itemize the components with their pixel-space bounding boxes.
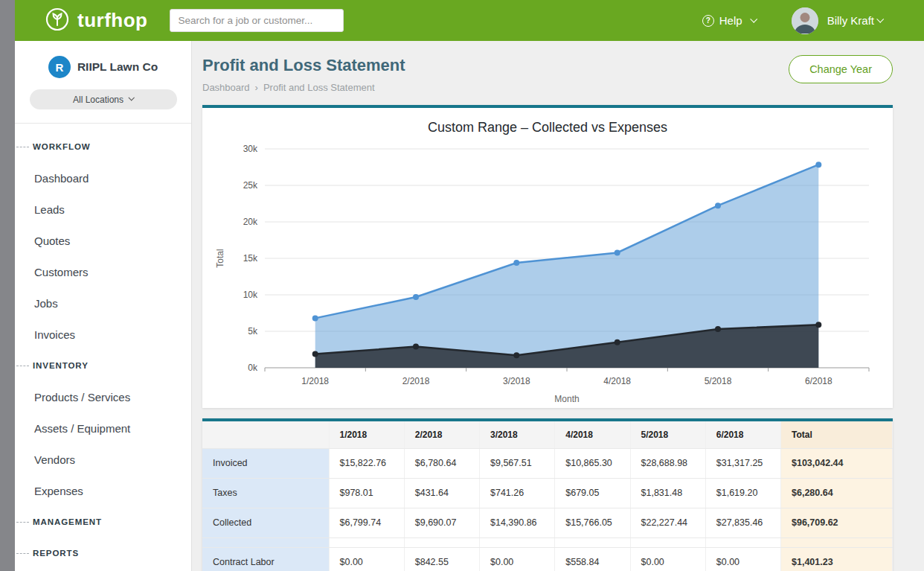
user-menu[interactable]: Billy Kraft	[827, 14, 874, 27]
sidebar-item-invoices[interactable]: Invoices	[15, 319, 191, 350]
breadcrumb: Dashboard › Profit and Loss Statement	[202, 82, 893, 93]
profit-loss-table: 1/20182/20183/20184/20185/20186/2018Tota…	[202, 421, 893, 571]
column-header	[202, 421, 329, 448]
total-cell: $103,042.44	[781, 448, 893, 478]
value-cell: $0.00	[329, 547, 404, 571]
chevron-down-icon	[128, 95, 134, 101]
sidebar-section-label: WORKFLOW	[33, 142, 91, 151]
value-cell: $558.84	[555, 547, 630, 571]
avatar[interactable]	[792, 7, 818, 34]
company-name: RIIPL Lawn Co	[77, 60, 158, 74]
sidebar-section-management[interactable]: MANAGEMENT	[15, 506, 191, 537]
svg-text:4/2018: 4/2018	[603, 376, 631, 386]
location-filter-label: All Locations	[73, 95, 123, 105]
row-label: Collected	[202, 508, 329, 537]
total-cell: $96,709.62	[781, 508, 893, 537]
sidebar-section-label: REPORTS	[33, 549, 79, 558]
table-row-contract-labor: Contract Labor$0.00$842.55$0.00$558.84$0…	[202, 547, 893, 571]
company-badge: R	[48, 56, 71, 78]
sidebar-section-inventory[interactable]: INVENTORY	[15, 350, 191, 381]
breadcrumb-dashboard[interactable]: Dashboard	[202, 82, 250, 93]
spacer-cell	[705, 537, 780, 547]
sidebar-item-customers[interactable]: Customers	[15, 256, 191, 287]
total-cell: $6,280.64	[781, 478, 893, 508]
column-header: 3/2018	[480, 421, 555, 448]
value-cell: $842.55	[404, 547, 479, 571]
column-header: 1/2018	[329, 421, 404, 448]
window-gutter	[0, 0, 15, 571]
sidebar: R RIIPL Lawn Co All Locations WORKFLOWDa…	[15, 41, 192, 571]
tree-dash-icon	[16, 522, 29, 523]
svg-text:6/2018: 6/2018	[805, 376, 832, 386]
svg-text:25k: 25k	[243, 180, 258, 191]
sidebar-section-reports[interactable]: REPORTS	[15, 537, 191, 569]
sidebar-item-jobs[interactable]: Jobs	[15, 287, 191, 319]
sidebar-head: R RIIPL Lawn Co All Locations	[15, 41, 191, 124]
location-filter-dropdown[interactable]: All Locations	[30, 89, 177, 109]
chart-card: Custom Range – Collected vs Expenses 0k5…	[202, 105, 893, 408]
brand-wordmark: turfhop	[77, 9, 147, 32]
sidebar-item-quotes[interactable]: Quotes	[15, 225, 191, 256]
collected-vs-expenses-chart: 0k5k10k15k20k25k30k1/20182/20183/20184/2…	[213, 140, 882, 406]
sidebar-nav: WORKFLOWDashboardLeadsQuotesCustomersJob…	[15, 124, 191, 571]
table-row-collected: Collected$6,799.74$9,690.07$14,390.86$15…	[202, 508, 893, 537]
table-row-taxes: Taxes$978.01$431.64$741.26$679.05$1,831.…	[202, 478, 893, 508]
help-menu[interactable]: ? Help	[702, 14, 756, 27]
row-label: Contract Labor	[202, 547, 329, 571]
breadcrumb-current: Profit and Loss Statement	[263, 82, 375, 93]
svg-text:1/2018: 1/2018	[301, 376, 329, 386]
value-cell: $27,835.46	[705, 508, 780, 537]
value-cell: $978.01	[329, 478, 404, 508]
sidebar-item-products-services[interactable]: Products / Services	[15, 381, 191, 412]
tree-dash-icon	[16, 553, 29, 554]
spacer-cell	[404, 537, 479, 547]
tree-dash-icon	[16, 147, 29, 147]
value-cell: $9,690.07	[404, 508, 479, 537]
value-cell: $0.00	[705, 547, 780, 571]
profit-loss-table-card: 1/20182/20183/20184/20185/20186/2018Tota…	[202, 418, 893, 571]
svg-text:5/2018: 5/2018	[705, 376, 732, 386]
search-input[interactable]	[170, 9, 344, 32]
table-header-row: 1/20182/20183/20184/20185/20186/2018Tota…	[202, 421, 893, 448]
column-header: 4/2018	[555, 421, 630, 448]
spacer-cell	[202, 537, 329, 547]
svg-text:10k: 10k	[243, 290, 258, 300]
sidebar-section-workflow[interactable]: WORKFLOW	[15, 131, 191, 162]
sidebar-item-leads[interactable]: Leads	[15, 194, 191, 225]
sidebar-section-label: MANAGEMENT	[33, 517, 102, 526]
svg-text:20k: 20k	[243, 217, 258, 227]
value-cell: $679.05	[555, 478, 630, 508]
value-cell: $741.26	[480, 478, 555, 508]
svg-text:0k: 0k	[248, 363, 258, 373]
value-cell: $1,831.48	[630, 478, 705, 508]
value-cell: $14,390.86	[480, 508, 555, 537]
value-cell: $0.00	[630, 547, 705, 571]
svg-text:2/2018: 2/2018	[402, 376, 430, 386]
sidebar-item-vendors[interactable]: Vendors	[15, 444, 191, 475]
turfhop-logo-icon	[45, 7, 70, 35]
topbar: turfhop ? Help Billy Kraft	[15, 0, 924, 41]
value-cell: $28,688.98	[630, 448, 705, 478]
value-cell: $15,766.05	[555, 508, 630, 537]
chevron-down-icon[interactable]	[876, 15, 884, 22]
column-header: 5/2018	[630, 421, 705, 448]
value-cell: $1,619.20	[705, 478, 780, 508]
spacer-cell	[480, 537, 555, 547]
value-cell: $0.00	[480, 547, 555, 571]
turfhop-logo[interactable]: turfhop	[45, 7, 147, 35]
column-header: Total	[781, 421, 893, 448]
sidebar-item-dashboard[interactable]: Dashboard	[15, 162, 191, 194]
breadcrumb-separator: ›	[250, 82, 263, 93]
row-label: Taxes	[202, 478, 329, 508]
sidebar-item-expenses[interactable]: Expenses	[15, 475, 191, 506]
svg-text:Month: Month	[554, 394, 579, 404]
change-year-button[interactable]: Change Year	[789, 55, 893, 83]
help-label: Help	[719, 14, 742, 27]
value-cell: $10,865.30	[555, 448, 630, 478]
search-wrap	[170, 9, 344, 32]
value-cell: $431.64	[404, 478, 479, 508]
sidebar-section-label: INVENTORY	[33, 361, 89, 370]
spacer-cell	[630, 537, 705, 547]
value-cell: $15,822.76	[329, 448, 404, 478]
sidebar-item-assets-equipment[interactable]: Assets / Equipment	[15, 412, 191, 444]
